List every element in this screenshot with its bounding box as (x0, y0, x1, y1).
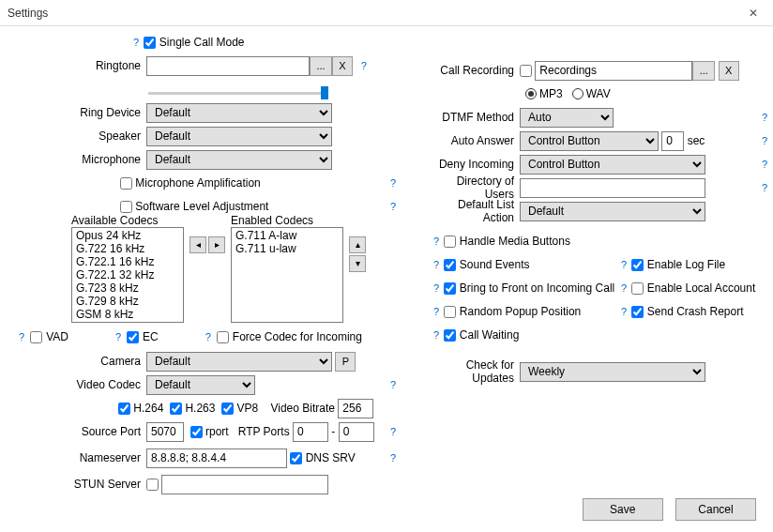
send-crash-label: Send Crash Report (647, 305, 744, 318)
sound-events-checkbox[interactable] (444, 259, 456, 271)
handle-media-checkbox[interactable] (444, 236, 456, 248)
help-icon[interactable]: ? (760, 159, 769, 170)
help-icon[interactable]: ? (619, 306, 629, 317)
def-list-select[interactable]: Default (520, 202, 705, 221)
ringtone-browse-button[interactable]: ... (310, 56, 332, 76)
list-item[interactable]: G.711 u-law (233, 242, 341, 255)
ring-device-select[interactable]: Default (146, 103, 332, 123)
help-icon[interactable]: ? (388, 426, 398, 437)
help-icon[interactable]: ? (388, 379, 398, 390)
dnssrv-checkbox[interactable] (290, 452, 302, 464)
call-recording-input[interactable] (535, 61, 692, 81)
codec-down-button[interactable]: ▾ (349, 255, 366, 272)
camera-select[interactable]: Default (146, 352, 332, 372)
dtmf-select[interactable]: Auto (520, 108, 614, 128)
rtp-port-from-input[interactable] (293, 422, 328, 442)
save-button[interactable]: Save (583, 498, 663, 521)
ringtone-clear-button[interactable]: X (332, 56, 353, 76)
nameserver-input[interactable] (146, 448, 287, 468)
list-item[interactable]: G.711 A-law (233, 229, 341, 242)
codec-add-button[interactable]: ▸ (208, 236, 225, 253)
help-icon[interactable]: ? (760, 182, 769, 193)
cancel-button[interactable]: Cancel (675, 498, 756, 521)
help-icon[interactable]: ? (131, 37, 141, 48)
help-icon[interactable]: ? (760, 112, 769, 123)
ringtone-input[interactable] (146, 56, 310, 76)
help-icon[interactable]: ? (432, 259, 441, 270)
deny-incoming-label: Deny Incoming (432, 158, 520, 171)
h263-checkbox[interactable] (170, 403, 182, 415)
list-item[interactable]: G.723 8 kHz (73, 281, 182, 295)
list-item[interactable]: G.729 8 kHz (73, 295, 182, 308)
sw-level-checkbox[interactable] (120, 201, 132, 213)
microphone-select[interactable]: Default (146, 150, 332, 170)
ec-checkbox[interactable] (127, 331, 139, 343)
enable-local-label: Enable Local Account (647, 281, 755, 295)
list-item[interactable]: GSM 8 kHz (73, 308, 182, 321)
vad-checkbox[interactable] (30, 331, 42, 343)
bring-front-checkbox[interactable] (444, 282, 456, 295)
help-icon[interactable]: ? (388, 452, 398, 464)
check-updates-select[interactable]: Weekly (520, 362, 705, 382)
help-icon[interactable]: ? (760, 135, 769, 146)
help-icon[interactable]: ? (388, 201, 398, 212)
single-call-mode-checkbox[interactable] (144, 37, 156, 49)
help-icon[interactable]: ? (204, 331, 213, 342)
ringtone-volume-slider[interactable] (148, 92, 328, 95)
list-item[interactable]: Opus 24 kHz (73, 229, 182, 242)
auto-answer-select[interactable]: Control Button (520, 131, 659, 151)
random-popup-checkbox[interactable] (444, 306, 456, 318)
send-crash-checkbox[interactable] (631, 306, 644, 318)
help-icon[interactable]: ? (114, 331, 123, 342)
source-port-input[interactable] (146, 422, 184, 442)
help-icon[interactable]: ? (388, 177, 398, 189)
help-icon[interactable]: ? (619, 282, 629, 294)
list-item[interactable]: G.722 16 kHz (73, 242, 182, 255)
help-icon[interactable]: ? (17, 331, 26, 342)
enabled-codecs-listbox[interactable]: G.711 A-law G.711 u-law (231, 227, 343, 323)
camera-preview-button[interactable]: P (335, 352, 356, 372)
rtp-port-to-input[interactable] (339, 422, 374, 442)
deny-incoming-select[interactable]: Control Button (520, 155, 705, 175)
codec-up-button[interactable]: ▴ (349, 236, 366, 253)
wav-radio[interactable] (572, 88, 584, 99)
mic-amp-checkbox[interactable] (120, 177, 132, 190)
call-waiting-checkbox[interactable] (444, 329, 456, 342)
dir-users-input[interactable] (520, 178, 705, 198)
speaker-select[interactable]: Default (146, 127, 332, 146)
video-codec-label: Video Codec (0, 378, 146, 391)
stun-checkbox[interactable] (146, 479, 159, 491)
enable-log-checkbox[interactable] (631, 259, 644, 271)
help-icon[interactable]: ? (432, 306, 441, 317)
recording-browse-button[interactable]: ... (692, 61, 715, 81)
vp8-checkbox[interactable] (221, 403, 234, 415)
call-recording-checkbox[interactable] (520, 65, 532, 77)
def-list-label: Default List Action (432, 198, 520, 224)
force-codec-checkbox[interactable] (217, 331, 229, 343)
rport-checkbox[interactable] (190, 426, 203, 438)
list-item[interactable]: G.722.1 32 kHz (73, 268, 182, 281)
stun-input[interactable] (161, 475, 328, 494)
rtp-ports-label: RTP Ports (238, 425, 290, 438)
video-bitrate-label: Video Bitrate (270, 402, 335, 415)
help-icon[interactable]: ? (619, 259, 629, 270)
help-icon[interactable]: ? (432, 282, 441, 294)
help-icon[interactable]: ? (432, 236, 441, 247)
enable-local-checkbox[interactable] (631, 282, 644, 295)
auto-answer-delay-input[interactable] (661, 131, 684, 151)
recording-clear-button[interactable]: X (719, 61, 739, 81)
help-icon[interactable]: ? (359, 60, 369, 71)
help-icon[interactable]: ? (432, 329, 441, 341)
h264-checkbox[interactable] (118, 403, 130, 415)
sound-events-label: Sound Events (460, 258, 530, 271)
mp3-radio[interactable] (525, 88, 537, 99)
stun-label: STUN Server (0, 478, 146, 491)
available-codecs-listbox[interactable]: Opus 24 kHz G.722 16 kHz G.722.1 16 kHz … (71, 227, 184, 323)
dir-users-label: Directory of Users (432, 175, 520, 201)
list-item[interactable]: G.722.1 16 kHz (73, 255, 182, 268)
close-icon[interactable]: ✕ (741, 5, 765, 22)
video-codec-select[interactable]: Default (146, 375, 255, 395)
enable-log-label: Enable Log File (647, 258, 725, 271)
codec-remove-button[interactable]: ◂ (189, 236, 206, 253)
video-bitrate-input[interactable] (338, 399, 373, 418)
